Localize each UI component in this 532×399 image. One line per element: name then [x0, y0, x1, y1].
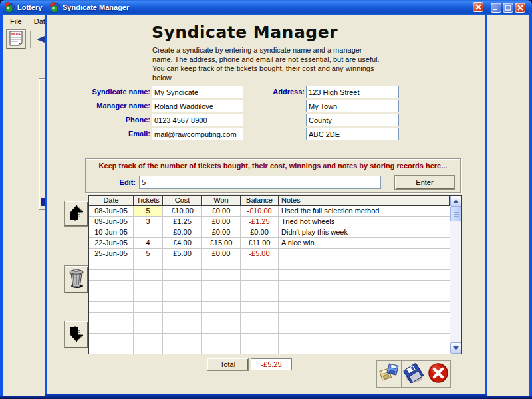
cancel-button[interactable] [426, 360, 451, 388]
table-cell[interactable] [163, 291, 202, 302]
toolbar-icon-fragment[interactable] [34, 35, 46, 47]
table-cell[interactable]: £0.00 [202, 217, 241, 227]
table-cell[interactable]: £0.00 [202, 206, 241, 217]
table-cell[interactable]: 25-Jun-05 [89, 249, 134, 259]
table-cell[interactable]: £10.00 [163, 206, 202, 217]
table-cell[interactable]: Didn't play this week [279, 227, 450, 238]
table-cell[interactable] [279, 270, 450, 281]
save-button[interactable] [401, 360, 426, 388]
table-cell[interactable] [134, 291, 163, 302]
table-cell[interactable] [89, 291, 134, 302]
table-cell[interactable] [279, 281, 450, 291]
table-cell[interactable] [279, 291, 450, 302]
table-cell[interactable] [241, 313, 279, 323]
total-value-field[interactable] [251, 358, 292, 370]
table-cell[interactable] [134, 270, 163, 281]
table-cell[interactable]: 4 [134, 238, 163, 249]
table-cell[interactable] [202, 270, 241, 281]
table-cell[interactable] [163, 302, 202, 313]
table-cell[interactable]: 22-Jun-05 [89, 238, 134, 249]
table-cell[interactable] [89, 270, 134, 281]
delete-record-button[interactable] [64, 265, 88, 293]
record-up-button[interactable] [64, 201, 88, 227]
table-cell[interactable]: 09-Jun-05 [89, 217, 134, 227]
table-cell[interactable] [163, 259, 202, 270]
address-line3-field[interactable] [306, 114, 399, 126]
table-cell[interactable] [89, 334, 134, 344]
table-cell[interactable]: £15.00 [202, 238, 241, 249]
table-cell[interactable] [134, 334, 163, 344]
scroll-down-icon[interactable] [450, 342, 462, 354]
scroll-up-icon[interactable] [450, 196, 462, 207]
table-cell[interactable] [279, 259, 450, 270]
table-cell[interactable]: -£5.00 [241, 249, 279, 259]
table-cell[interactable] [89, 281, 134, 291]
table-cell[interactable] [279, 313, 450, 323]
edit-input[interactable] [139, 176, 381, 189]
table-cell[interactable] [202, 313, 241, 323]
table-cell[interactable]: 5 [134, 249, 163, 259]
table-cell[interactable] [241, 334, 279, 344]
load-button[interactable] [376, 360, 402, 388]
table-cell[interactable] [279, 249, 450, 259]
table-cell[interactable] [89, 302, 134, 313]
table-cell[interactable] [241, 302, 279, 313]
table-cell[interactable]: £11.00 [241, 238, 279, 249]
menu-file[interactable]: File [8, 17, 24, 26]
total-button[interactable]: Total [207, 358, 249, 371]
maximize-icon[interactable] [503, 3, 513, 13]
table-cell[interactable] [163, 281, 202, 291]
table-cell[interactable] [134, 313, 163, 323]
table-cell[interactable] [202, 334, 241, 344]
minimize-icon[interactable] [491, 3, 501, 13]
table-cell[interactable] [241, 291, 279, 302]
table-cell[interactable] [279, 334, 450, 344]
note-toolbar-button[interactable]: NOTE [6, 29, 26, 49]
table-cell[interactable]: £0.00 [163, 227, 202, 238]
table-cell[interactable] [202, 291, 241, 302]
table-cell[interactable]: £0.00 [241, 227, 279, 238]
scrollbar-thumb[interactable] [450, 207, 462, 221]
table-cell[interactable]: 3 [134, 217, 163, 227]
phone-field[interactable] [152, 114, 243, 126]
table-cell[interactable] [202, 302, 241, 313]
table-cell[interactable] [202, 259, 241, 270]
close-icon[interactable] [515, 3, 525, 13]
table-cell[interactable]: £0.00 [202, 249, 241, 259]
table-cell[interactable] [202, 323, 241, 334]
table-cell[interactable] [241, 281, 279, 291]
table-cell[interactable] [134, 302, 163, 313]
table-cell[interactable] [202, 344, 241, 354]
table-cell[interactable] [279, 344, 450, 354]
record-down-button[interactable] [64, 321, 88, 348]
table-cell[interactable] [134, 227, 163, 238]
manager-name-field[interactable] [152, 100, 243, 112]
table-cell[interactable] [241, 323, 279, 334]
table-cell[interactable]: 10-Jun-05 [89, 227, 134, 238]
email-field[interactable] [152, 128, 243, 140]
table-cell[interactable]: Used the full selection method [279, 206, 450, 217]
table-cell[interactable] [134, 259, 163, 270]
table-cell[interactable] [89, 313, 134, 323]
table-cell[interactable] [89, 344, 134, 354]
table-cell[interactable] [89, 323, 134, 334]
table-cell[interactable]: -£1.25 [241, 217, 279, 227]
table-cell[interactable]: £1.25 [163, 217, 202, 227]
table-cell[interactable] [241, 270, 279, 281]
table-cell[interactable]: £4.00 [163, 238, 202, 249]
table-cell[interactable]: -£10.00 [241, 206, 279, 217]
table-cell[interactable] [89, 259, 134, 270]
table-cell[interactable] [163, 344, 202, 354]
table-cell[interactable]: 08-Jun-05 [89, 206, 134, 217]
table-cell[interactable]: £5.00 [163, 249, 202, 259]
table-cell[interactable] [163, 313, 202, 323]
table-cell[interactable] [163, 270, 202, 281]
table-cell[interactable] [279, 302, 450, 313]
table-cell[interactable] [163, 323, 202, 334]
table-cell[interactable] [202, 281, 241, 291]
table-cell[interactable]: £0.00 [202, 227, 241, 238]
table-cell[interactable] [134, 281, 163, 291]
address-line1-field[interactable] [306, 86, 399, 98]
table-cell[interactable] [134, 344, 163, 354]
dialog-titlebar[interactable]: Syndicate Manager [45, 0, 487, 15]
